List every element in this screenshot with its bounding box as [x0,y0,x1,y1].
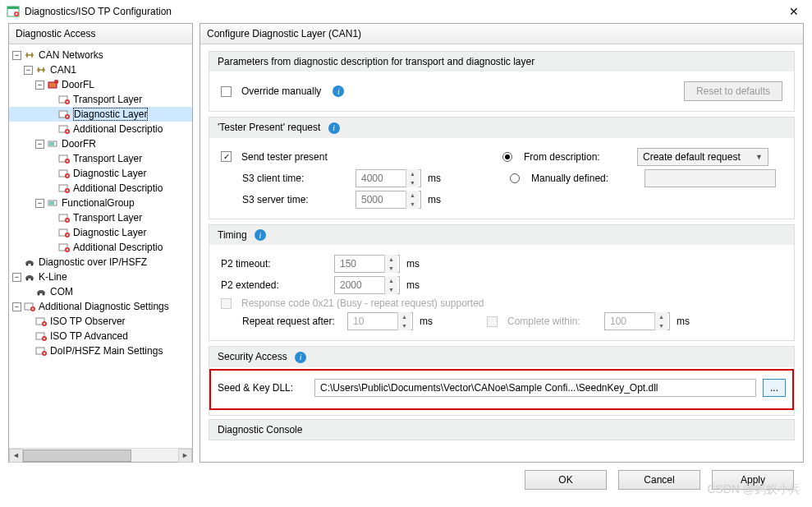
tree-fg-transport[interactable]: Transport Layer [9,210,192,225]
layer-icon [35,330,47,342]
s3-server-input[interactable]: ▲▼ [356,191,421,209]
tree-functionalgroup[interactable]: −FunctionalGroup [9,196,192,210]
collapse-icon[interactable]: − [12,273,21,282]
tree-doorfr-transport[interactable]: Transport Layer [9,151,192,166]
browse-button[interactable]: ... [763,379,786,397]
svg-point-33 [38,293,40,296]
tree-doip[interactable]: Diagnostic over IP/HSFZ [9,255,192,270]
tree-doorfl-transport[interactable]: Transport Layer [9,92,192,107]
layer-icon [58,108,70,120]
tree-isotp-advanced[interactable]: ISO TP Advanced [9,329,192,343]
tree-can1[interactable]: −CAN1 [9,62,192,77]
collapse-icon[interactable]: − [35,199,44,208]
collapse-icon[interactable]: − [12,51,21,60]
scroll-thumb[interactable] [23,449,131,462]
tree-doorfr-diagnostic[interactable]: Diagnostic Layer [9,166,192,181]
diagnostic-console-header: Diagnostic Console [209,420,794,440]
p2-extended-input[interactable]: ▲▼ [334,276,400,294]
spin-down-icon: ▼ [654,321,667,330]
tree-com[interactable]: COM [9,284,192,299]
create-default-select[interactable]: Create default request▼ [637,148,768,166]
spin-up-icon[interactable]: ▲ [384,255,397,264]
tree-additional-settings[interactable]: −Additional Diagnostic Settings [9,299,192,314]
collapse-icon[interactable]: − [24,66,33,75]
params-group-header: Parameters from diagnostic description f… [209,52,794,71]
collapse-icon[interactable]: − [35,140,44,149]
h-scrollbar[interactable]: ◄ ► [9,448,192,462]
spin-up-icon[interactable]: ▲ [406,169,419,178]
tree-doorfl-additional[interactable]: Additional Descriptio [9,122,192,136]
unit-ms: ms [406,279,428,291]
tree-fg-additional[interactable]: Additional Descriptio [9,240,192,255]
spin-up-icon[interactable]: ▲ [384,276,397,285]
seed-key-highlight: Seed & Key DLL: C:\Users\Public\Document… [209,369,794,410]
tree-doorfl-diagnostic[interactable]: Diagnostic Layer [9,107,192,122]
tree-fg-diagnostic[interactable]: Diagnostic Layer [9,225,192,240]
info-icon[interactable]: i [255,229,266,241]
complete-within-label: Complete within: [507,316,598,327]
tree-kline[interactable]: −K-Line [9,270,192,284]
tree-doip-main[interactable]: DoIP/HSFZ Main Settings [9,343,192,358]
manually-defined-label: Manually defined: [531,173,638,184]
close-button[interactable]: ✕ [782,2,805,21]
tester-present-header-text: 'Tester Present' request [218,122,320,133]
seed-key-input[interactable]: C:\Users\Public\Documents\Vector\CANoe\S… [314,379,756,397]
left-panel-header: Diagnostic Access [9,24,192,44]
tester-present-header: 'Tester Present' request i [209,118,794,138]
info-icon[interactable]: i [295,352,306,363]
manually-defined-radio[interactable] [510,173,520,183]
security-access-header: Security Access i [209,347,794,367]
spin-down-icon[interactable]: ▼ [406,200,419,209]
reset-button[interactable]: Reset to defaults [684,81,782,101]
s3-client-input[interactable]: ▲▼ [356,169,421,187]
p2-timeout-label: P2 timeout: [221,258,328,270]
tree-doorfl[interactable]: −DoorFL [9,77,192,92]
unit-ms: ms [428,194,449,205]
spinner[interactable]: ▲▼ [406,169,419,187]
scroll-left-icon[interactable]: ◄ [9,449,23,463]
override-checkbox[interactable]: ✓ [221,86,232,97]
p2-timeout-input[interactable]: ▲▼ [334,255,400,273]
svg-rect-6 [54,80,58,84]
spinner[interactable]: ▲▼ [406,191,419,209]
timing-header-text: Timing [218,229,247,241]
apply-button[interactable]: Apply [712,470,794,490]
spin-up-icon[interactable]: ▲ [406,191,419,200]
scroll-track[interactable] [23,449,178,463]
tree-doorfr-additional[interactable]: Additional Descriptio [9,181,192,196]
scroll-right-icon[interactable]: ► [178,449,192,463]
spinner[interactable]: ▲▼ [384,276,397,294]
tree-isotp-observer[interactable]: ISO TP Observer [9,314,192,329]
cancel-button[interactable]: Cancel [618,470,700,490]
ok-button[interactable]: OK [525,470,607,490]
settings-icon [24,301,35,312]
spin-down-icon[interactable]: ▼ [406,178,419,187]
complete-within-input: ▲▼ [604,312,670,330]
svg-rect-1 [7,7,19,9]
layer-icon [58,182,70,194]
browse-ellipsis: ... [770,382,778,394]
tree-doorfr[interactable]: −DoorFR [9,136,192,151]
svg-rect-4 [16,13,17,16]
spin-down-icon[interactable]: ▼ [384,285,397,294]
spinner[interactable]: ▲▼ [384,255,397,273]
send-tester-checkbox[interactable]: ✓ [221,151,232,162]
svg-rect-22 [49,201,54,205]
collapse-icon[interactable]: − [35,81,44,90]
seed-key-label: Seed & Key DLL: [218,382,308,394]
app-icon [7,5,20,18]
ecu-icon [47,79,58,90]
response-code-checkbox [221,298,232,309]
info-icon[interactable]: i [328,122,340,134]
from-description-radio[interactable] [502,152,512,162]
tree-can-networks[interactable]: −CAN Networks [9,48,192,62]
unit-ms: ms [428,173,449,184]
collapse-icon[interactable]: − [12,302,21,311]
info-icon[interactable]: i [333,85,344,97]
tree-view[interactable]: −CAN Networks −CAN1 −DoorFL Transport La… [9,44,192,448]
layer-icon [58,168,70,179]
send-tester-label: Send tester present [241,151,496,163]
s3-client-label: S3 client time: [242,173,349,184]
response-code-label: Response code 0x21 (Busy - repeat reques… [241,297,484,309]
spin-down-icon[interactable]: ▼ [384,264,397,273]
